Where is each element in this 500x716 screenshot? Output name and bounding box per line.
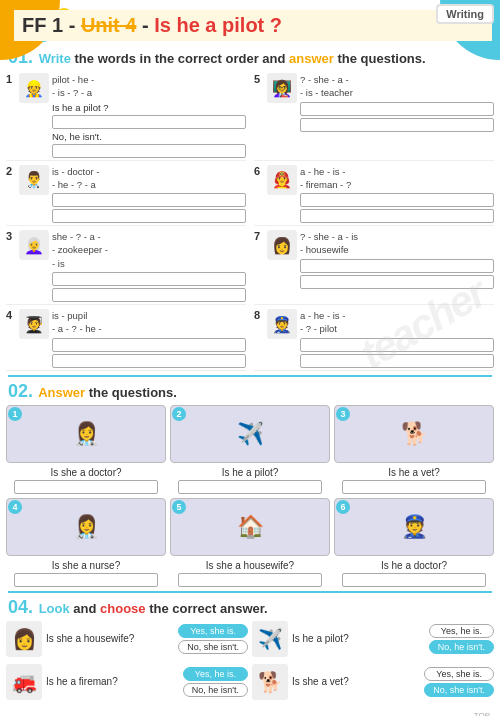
choice-yes-pilot[interactable]: Yes, he is. (429, 624, 494, 638)
ex02-question-2: Is he a pilot? (222, 467, 279, 478)
choice-no-housewife[interactable]: No, she isn't. (178, 640, 248, 654)
ex04-img-pilot: ✈️ (252, 621, 288, 657)
exercise01: 1 👷 pilot - he -- is - ? - a Is he a pil… (6, 71, 494, 371)
item-icon-6: 👨‍🚒 (267, 165, 297, 195)
choice-no-pilot[interactable]: No, he isn't. (429, 640, 494, 654)
separator-2 (8, 591, 492, 593)
answer-box-4a[interactable] (52, 338, 246, 352)
answer-box-2a[interactable] (52, 193, 246, 207)
item-num-2: 2 (6, 165, 16, 177)
item-question-1: Is he a pilot ? (52, 102, 246, 113)
ex02-question-4: Is she a nurse? (52, 560, 120, 571)
ex04-q-vet: Is she a vet? (292, 676, 420, 687)
answer-box-2b[interactable] (52, 209, 246, 223)
answer-box-3b[interactable] (52, 288, 246, 302)
item-words-3: she - ? - a -- zookeeper -- is (52, 230, 246, 270)
ex02-answer-box-1[interactable] (14, 480, 158, 494)
answer-box-7b[interactable] (300, 275, 494, 289)
ex02-answer-box-4[interactable] (14, 573, 158, 587)
ex04-q-housewife: Is she a housewife? (46, 633, 174, 644)
ex02-answer-box-2[interactable] (178, 480, 322, 494)
choice-yes-housewife[interactable]: Yes, she is. (178, 624, 248, 638)
item-icon-5: 👩‍🏫 (267, 73, 297, 103)
section02-answer: Answer (38, 385, 85, 400)
title-prefix: FF 1 - (22, 14, 81, 36)
choice-no-vet[interactable]: No, she isn't. (424, 683, 494, 697)
img-wrapper-3: 3 🐕 (334, 405, 494, 465)
section01-instr: the words in the correct order and (71, 51, 289, 66)
ex02-item-4: 4 👩‍⚕️ Is she a nurse? (6, 498, 166, 587)
ex01-item-2: 2 👨‍⚕️ is - doctor -- he - ? - a (6, 163, 246, 227)
img-wrapper-2: 2 ✈️ (170, 405, 330, 465)
section04-instr: the correct answer. (146, 601, 268, 616)
img-wrapper-5: 5 🏠 (170, 498, 330, 558)
item-words-4: is - pupil- a - ? - he - (52, 309, 246, 336)
ex01-item-5: 5 👩‍🏫 ? - she - a -- is - teacher (254, 71, 494, 161)
ex04-row-2: ✈️ Is he a pilot? Yes, he is. No, he isn… (252, 621, 494, 657)
item-words-2: is - doctor -- he - ? - a (52, 165, 246, 192)
answer-box-1a[interactable] (52, 115, 246, 129)
footer-top: TOP (450, 711, 490, 716)
item-icon-3: 👩‍🦳 (19, 230, 49, 260)
page-title: FF 1 - Unit 4 - Is he a pilot ? (22, 14, 484, 37)
ex02-item-1: 1 👩‍⚕️ Is she a doctor? (6, 405, 166, 494)
ex04-choices-housewife: Yes, she is. No, she isn't. (178, 624, 248, 654)
ex04-img-fireman: 🚒 (6, 664, 42, 700)
answer-box-7a[interactable] (300, 259, 494, 273)
ex02-img-2: 2 ✈️ (170, 405, 330, 463)
item-num-6: 6 (254, 165, 264, 177)
ex02-img-6: 6 👮 (334, 498, 494, 556)
choice-yes-vet[interactable]: Yes, she is. (424, 667, 494, 681)
item-icon-8: 👮 (267, 309, 297, 339)
ex01-item-1: 1 👷 pilot - he -- is - ? - a Is he a pil… (6, 71, 246, 161)
ex02-answer-box-3[interactable] (342, 480, 486, 494)
ex02-img-4: 4 👩‍⚕️ (6, 498, 166, 556)
section04-num: 04. (8, 597, 33, 617)
ex02-answer-box-6[interactable] (342, 573, 486, 587)
exercise02: 1 👩‍⚕️ Is she a doctor? 2 ✈️ Is he a pil… (6, 405, 494, 587)
answer-box-5b[interactable] (300, 118, 494, 132)
ex01-item-7: 7 👩 ? - she - a - is- housewife (254, 228, 494, 305)
answer-box-8a[interactable] (300, 338, 494, 352)
ex02-item-6: 6 👮 Is he a doctor? (334, 498, 494, 587)
answer-box-1b[interactable] (52, 144, 246, 158)
ex04-img-housewife: 👩 (6, 621, 42, 657)
item-num-7: 7 (254, 230, 264, 242)
title-dash: - (136, 14, 154, 36)
answer-box-6a[interactable] (300, 193, 494, 207)
answer-box-4b[interactable] (52, 354, 246, 368)
choice-yes-fireman[interactable]: Yes, he is. (183, 667, 248, 681)
footer: @TeacherMateus TOP worksheets (0, 707, 500, 716)
ex04-q-fireman: Is he a fireman? (46, 676, 179, 687)
item-num-8: 8 (254, 309, 264, 321)
ex02-item-3: 3 🐕 Is he a vet? (334, 405, 494, 494)
ex02-answer-box-5[interactable] (178, 573, 322, 587)
img-wrapper-4: 4 👩‍⚕️ (6, 498, 166, 558)
item-num-1: 1 (6, 73, 16, 85)
answer-box-6b[interactable] (300, 209, 494, 223)
section04-look: Look (39, 601, 70, 616)
ex02-item-5: 5 🏠 Is she a housewife? (170, 498, 330, 587)
section02-header: 02. Answer the questions. (8, 381, 492, 402)
answer-box-5a[interactable] (300, 102, 494, 116)
ex02-question-5: Is she a housewife? (206, 560, 294, 571)
ex01-item-4: 4 🧑‍🎓 is - pupil- a - ? - he - (6, 307, 246, 371)
ex01-item-8: 8 👮 a - he - is -- ? - pilot (254, 307, 494, 371)
item-icon-4: 🧑‍🎓 (19, 309, 49, 339)
ex04-img-vet: 🐕 (252, 664, 288, 700)
ex02-question-6: Is he a doctor? (381, 560, 447, 571)
section01-instr-end: the questions. (334, 51, 426, 66)
answer-box-8b[interactable] (300, 354, 494, 368)
choice-no-fireman[interactable]: No, he isn't. (183, 683, 248, 697)
ex04-row-4: 🐕 Is she a vet? Yes, she is. No, she isn… (252, 664, 494, 700)
answer-box-3a[interactable] (52, 272, 246, 286)
title-question: Is he a pilot ? (154, 14, 282, 36)
ex02-question-1: Is she a doctor? (50, 467, 121, 478)
ex02-img-5: 5 🏠 (170, 498, 330, 556)
section04-header: 04. Look and choose the correct answer. (8, 597, 492, 618)
img-wrapper-6: 6 👮 (334, 498, 494, 558)
title-unit: Unit 4 (81, 14, 137, 36)
item-icon-1: 👷 (19, 73, 49, 103)
item-words-7: ? - she - a - is- housewife (300, 230, 494, 257)
section04-choose: choose (100, 601, 146, 616)
